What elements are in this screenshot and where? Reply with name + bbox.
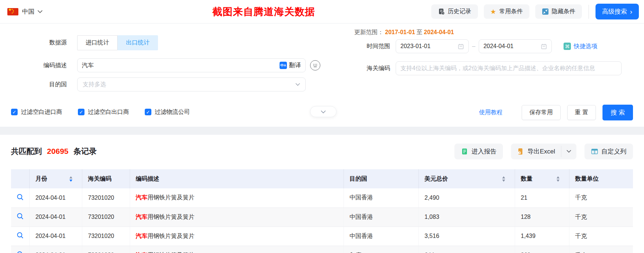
row-detail-button[interactable] bbox=[11, 246, 29, 253]
end-date-input[interactable]: 2024-04-01 bbox=[479, 39, 552, 53]
calendar-icon bbox=[458, 43, 464, 50]
description-rest: 用钢铁片簧及簧片 bbox=[148, 252, 195, 253]
update-range-start: 2017-01-01 bbox=[385, 29, 415, 35]
save-common-button[interactable]: 保存常用 bbox=[522, 105, 561, 120]
header-usd-total[interactable]: 美元总价 bbox=[418, 169, 515, 188]
code-description-label: 编码描述 bbox=[11, 62, 67, 69]
translate-button[interactable]: 中A 翻译 bbox=[280, 62, 301, 69]
keyword-highlight: 汽车 bbox=[136, 252, 148, 253]
row-detail-button[interactable] bbox=[11, 207, 29, 227]
keyboard-icon[interactable] bbox=[310, 60, 320, 71]
results-toolbar: 进入报告 导出Excel 自定义列 bbox=[446, 144, 633, 159]
code-description-field: 中A 翻译 bbox=[77, 58, 306, 72]
start-date-input[interactable]: 2023-01-01 bbox=[396, 39, 469, 53]
row-detail-button[interactable] bbox=[11, 188, 29, 207]
collapse-form-button[interactable] bbox=[310, 106, 337, 117]
customize-columns-label: 自定义列 bbox=[601, 147, 626, 156]
quick-options-label: 快捷选项 bbox=[574, 43, 597, 50]
translate-icon: 中A bbox=[280, 62, 287, 69]
export-excel-button[interactable]: 导出Excel bbox=[511, 144, 561, 159]
sort-icon bbox=[69, 176, 72, 182]
tab-import-stats[interactable]: 进口统计 bbox=[77, 35, 118, 50]
summary-prefix: 共匹配到 bbox=[11, 147, 42, 155]
checkbox-checked-icon: ✓ bbox=[11, 109, 18, 115]
advanced-search-button[interactable]: 高级搜索 › bbox=[596, 4, 639, 19]
china-flag-icon: ★★★★★ bbox=[7, 8, 18, 15]
country-label: 中国 bbox=[22, 7, 35, 16]
header-quantity[interactable]: 数量 bbox=[515, 169, 569, 188]
enter-report-button[interactable]: 进入报告 bbox=[454, 144, 503, 159]
cell-usd-total: 644 bbox=[418, 246, 515, 253]
cell-quantity: 1,439 bbox=[515, 227, 569, 246]
code-description-input[interactable] bbox=[82, 62, 280, 69]
favorites-button[interactable]: ★ 常用条件 bbox=[484, 4, 529, 19]
row-detail-button[interactable] bbox=[11, 227, 29, 246]
search-form: 数据源 进口统计 出口统计 编码描述 中A 翻译 目的国 bbox=[0, 24, 644, 127]
tab-export-stats[interactable]: 出口统计 bbox=[118, 35, 158, 50]
filter-label: 过滤物流公司 bbox=[155, 108, 190, 116]
chevron-down-icon bbox=[295, 83, 300, 86]
cell-month: 2024-04-01 bbox=[29, 227, 82, 246]
country-selector[interactable]: ★★★★★ 中国 bbox=[7, 7, 43, 16]
cell-unit: 千克 bbox=[569, 227, 633, 246]
cell-usd-total: 2,490 bbox=[418, 188, 515, 207]
hs-code-input[interactable] bbox=[400, 65, 617, 72]
magnifier-icon bbox=[17, 194, 24, 201]
hide-conditions-button[interactable]: 隐藏条件 bbox=[535, 4, 582, 19]
history-button[interactable]: 历史记录 bbox=[431, 4, 478, 19]
header-month-label: 月份 bbox=[36, 175, 47, 183]
update-range-end: 2024-04-01 bbox=[424, 29, 454, 35]
quick-options-button[interactable]: ⌘ 快捷选项 bbox=[564, 43, 597, 50]
cell-destination: 印度 bbox=[343, 246, 418, 253]
collapse-icon bbox=[542, 8, 549, 15]
filter-blank-exporter[interactable]: ✓ 过滤空白出口商 bbox=[78, 108, 129, 116]
magnifier-icon bbox=[17, 251, 24, 253]
description-rest: 用钢铁片簧及簧片 bbox=[148, 233, 195, 239]
cell-description: 汽车用钢铁片簧及簧片 bbox=[130, 227, 343, 246]
customize-columns-button[interactable]: 自定义列 bbox=[584, 144, 633, 159]
table-row: 2024-04-01 73201020 汽车用钢铁片簧及簧片 印度 644 26… bbox=[11, 246, 633, 253]
filter-blank-importer[interactable]: ✓ 过滤空白进口商 bbox=[11, 108, 62, 116]
reset-button[interactable]: 重 置 bbox=[567, 105, 596, 120]
destination-label: 目的国 bbox=[11, 81, 67, 88]
header-unit: 数量单位 bbox=[569, 169, 633, 188]
table-columns-icon bbox=[591, 148, 598, 155]
cell-hs-code: 73201020 bbox=[82, 188, 130, 207]
search-button[interactable]: 搜 索 bbox=[602, 105, 633, 120]
filter-logistics[interactable]: ✓ 过滤物流公司 bbox=[145, 108, 190, 116]
table-row: 2024-04-01 73201020 汽车用钢铁片簧及簧片 中国香港 1,08… bbox=[11, 207, 633, 227]
export-options-button[interactable] bbox=[561, 144, 576, 159]
calendar-icon bbox=[541, 43, 547, 50]
excel-export-icon bbox=[517, 148, 524, 155]
top-bar-actions: 历史记录 ★ 常用条件 隐藏条件 高级搜索 › bbox=[425, 4, 639, 19]
cell-destination: 中国香港 bbox=[343, 227, 418, 246]
header-usd-total-label: 美元总价 bbox=[425, 175, 448, 183]
keyword-highlight: 汽车 bbox=[136, 194, 148, 200]
checkbox-checked-icon: ✓ bbox=[78, 109, 84, 115]
sort-icon bbox=[557, 176, 560, 182]
enter-report-label: 进入报告 bbox=[471, 147, 496, 156]
form-actions: 使用教程 保存常用 重 置 搜 索 bbox=[479, 105, 633, 120]
tutorial-link[interactable]: 使用教程 bbox=[479, 109, 503, 116]
data-source-label: 数据源 bbox=[11, 39, 67, 47]
table-row: 2024-04-01 73201020 汽车用钢铁片簧及簧片 中国香港 2,49… bbox=[11, 188, 633, 207]
results-table: 月份 海关编码 编码描述 目的国 美元总价 数量 数量单位 bbox=[11, 169, 633, 253]
translate-label: 翻译 bbox=[289, 62, 301, 69]
cell-destination: 中国香港 bbox=[343, 188, 418, 207]
cell-unit: 千克 bbox=[569, 207, 633, 227]
table-row: 2024-04-01 73201020 汽车用钢铁片簧及簧片 中国香港 3,51… bbox=[11, 227, 633, 246]
divider bbox=[589, 5, 589, 19]
cell-destination: 中国香港 bbox=[343, 207, 418, 227]
header-month[interactable]: 月份 bbox=[29, 169, 82, 188]
command-icon: ⌘ bbox=[564, 43, 571, 50]
start-date-value: 2023-01-01 bbox=[400, 43, 458, 50]
hs-code-label: 海关编码 bbox=[342, 65, 390, 72]
time-range-label: 时间范围 bbox=[342, 43, 390, 50]
sort-icon bbox=[502, 176, 505, 182]
cell-description: 汽车用钢铁片簧及簧片 bbox=[130, 207, 343, 227]
end-date-value: 2024-04-01 bbox=[483, 43, 541, 50]
history-icon bbox=[438, 8, 445, 15]
header-description: 编码描述 bbox=[130, 169, 343, 188]
chevron-right-icon: › bbox=[630, 8, 632, 15]
destination-select[interactable]: 支持多选 bbox=[77, 77, 306, 91]
